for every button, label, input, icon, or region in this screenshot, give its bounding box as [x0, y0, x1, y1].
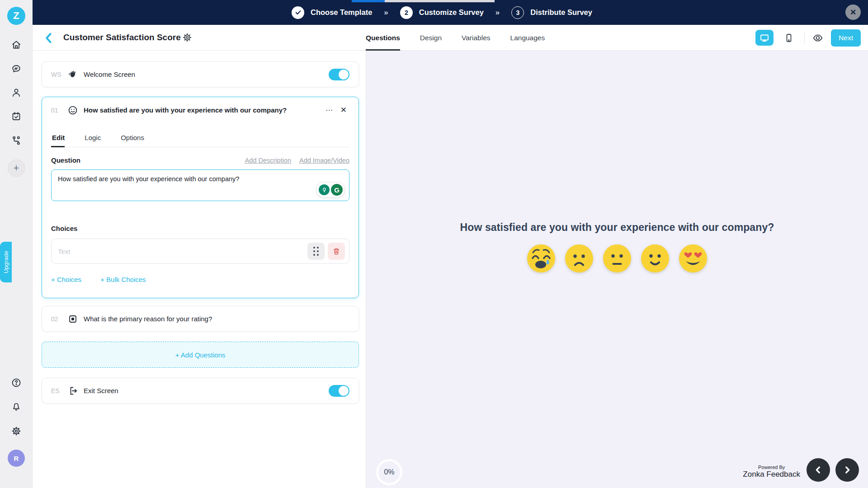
preview-eye-icon[interactable]: [811, 31, 825, 45]
responses-chat-icon[interactable]: [11, 63, 22, 74]
neutral-face-option[interactable]: [603, 244, 632, 273]
desktop-preview-icon[interactable]: [755, 30, 774, 46]
wizard-topbar: Choose Template » 2 Customize Survey » 3…: [33, 0, 868, 25]
brand-name: Zonka Feedback: [743, 470, 800, 479]
powered-by-branding: Powered By Zonka Feedback: [743, 465, 800, 479]
tab-variables[interactable]: Variables: [462, 25, 490, 51]
welcome-screen-toggle[interactable]: [329, 69, 349, 80]
screen-code: WS: [51, 71, 67, 78]
question-1-card: 01 How satisfied are you with your exper…: [42, 97, 359, 298]
step-customize-survey[interactable]: 2 Customize Survey: [400, 6, 484, 19]
step-choose-template[interactable]: Choose Template: [292, 6, 372, 19]
settings-gear-icon[interactable]: [11, 426, 22, 436]
smiling-face-option[interactable]: [641, 244, 670, 273]
add-choices-link[interactable]: + Choices: [51, 276, 81, 283]
step-number: 2: [400, 6, 413, 19]
question-2-row[interactable]: 02 What is the primary reason for your r…: [42, 306, 359, 332]
delete-choice-trash-icon[interactable]: [328, 243, 345, 260]
drag-handle-icon[interactable]: [307, 243, 325, 260]
choice-text-input[interactable]: [52, 239, 307, 263]
welcome-screen-row[interactable]: WS Welcome Screen: [42, 61, 359, 87]
question-1-title: How satisfied are you with your experien…: [84, 106, 287, 114]
tab-options[interactable]: Options: [120, 130, 145, 147]
collapse-question-icon[interactable]: ✕: [337, 103, 350, 117]
header-tabs: Questions Design Variables Languages: [366, 25, 545, 51]
survey-settings-gear-icon[interactable]: [182, 32, 193, 43]
powered-by-text: Powered By: [743, 465, 800, 470]
sad-face-option[interactable]: [565, 244, 594, 273]
question-number: 01: [51, 107, 67, 114]
emoji-rating-options: [366, 244, 868, 273]
welcome-screen-label: Welcome Screen: [84, 70, 135, 78]
exit-screen-toggle[interactable]: [329, 385, 349, 397]
wizard-stepper: Choose Template » 2 Customize Survey » 3…: [292, 0, 592, 25]
step-distribute-survey[interactable]: 3 Distribute Survey: [511, 6, 592, 19]
question-2-title: What is the primary reason for your rati…: [84, 315, 212, 323]
progress-percent: 0%: [384, 468, 394, 476]
next-question-button[interactable]: [835, 458, 859, 482]
preview-question-text: How satisfied are you with your experien…: [366, 221, 868, 234]
tab-logic[interactable]: Logic: [84, 130, 102, 147]
header-actions: Next: [755, 25, 861, 51]
previous-question-button[interactable]: [807, 458, 830, 482]
question-number: 02: [51, 315, 67, 323]
step-label: Distribute Survey: [530, 8, 592, 17]
step-separator: »: [384, 8, 388, 17]
step-check-icon: [292, 6, 304, 19]
contacts-icon[interactable]: [11, 87, 22, 98]
question-field-label: Question: [51, 156, 80, 164]
add-new-icon[interactable]: +: [8, 160, 25, 177]
step-number: 3: [511, 6, 524, 19]
question-edit-tabs: Edit Logic Options: [51, 126, 349, 147]
survey-preview: How satisfied are you with your experien…: [366, 51, 868, 488]
heart-eyes-face-option[interactable]: [679, 244, 708, 273]
exit-screen-row[interactable]: ES Exit Screen: [42, 378, 359, 404]
next-button[interactable]: Next: [831, 29, 861, 47]
workflows-icon[interactable]: [11, 135, 22, 146]
add-bulk-choices-link[interactable]: + Bulk Choices: [100, 276, 146, 283]
question-menu-icon[interactable]: ···: [322, 104, 337, 117]
back-button[interactable]: [42, 31, 55, 44]
tab-questions[interactable]: Questions: [366, 25, 400, 51]
text-question-icon: [67, 314, 78, 324]
upgrade-button[interactable]: Upgrade: [0, 242, 12, 282]
choices-label: Choices: [51, 225, 349, 232]
smiley-rating-icon: [67, 105, 78, 116]
grammarly-widget[interactable]: G: [316, 182, 345, 197]
tab-edit[interactable]: Edit: [51, 130, 66, 147]
survey-builder-app: Z + Upgrade R: [0, 0, 868, 488]
add-description-link[interactable]: Add Description: [245, 157, 291, 164]
mobile-preview-icon[interactable]: [780, 30, 798, 46]
close-wizard-button[interactable]: ✕: [845, 5, 861, 20]
tasks-calendar-icon[interactable]: [11, 111, 22, 122]
exit-screen-label: Exit Screen: [84, 387, 118, 394]
questions-panel: WS Welcome Screen 01 How sati: [33, 51, 366, 488]
question-1-header[interactable]: 01 How satisfied are you with your exper…: [42, 97, 359, 123]
home-icon[interactable]: [11, 39, 22, 50]
tab-languages[interactable]: Languages: [510, 25, 545, 51]
step-label: Customize Survey: [419, 8, 484, 17]
notifications-bell-icon[interactable]: [11, 401, 22, 412]
weary-crying-face-option[interactable]: [527, 244, 556, 273]
screen-code: ES: [51, 387, 67, 394]
add-image-video-link[interactable]: Add Image/Video: [299, 157, 349, 164]
preview-navigation: [807, 458, 859, 482]
grammarly-suggestion-bulb-icon: [319, 184, 330, 195]
waving-hand-icon: [67, 69, 78, 80]
divider: [804, 33, 805, 43]
progress-indicator: 0%: [376, 459, 402, 485]
tab-design[interactable]: Design: [420, 25, 442, 51]
add-questions-button[interactable]: + Add Questions: [42, 342, 359, 368]
zonka-logo[interactable]: Z: [7, 7, 25, 25]
question-text-input[interactable]: How satisfied are you with your experien…: [51, 169, 349, 201]
survey-title: Customer Satisfaction Score: [63, 33, 181, 42]
user-avatar[interactable]: R: [8, 450, 25, 467]
survey-header: Customer Satisfaction Score Questions De…: [33, 25, 868, 51]
help-icon[interactable]: [11, 377, 22, 388]
step-label: Choose Template: [311, 8, 372, 17]
choice-row: [51, 239, 349, 264]
grammarly-logo-icon: G: [331, 184, 343, 196]
exit-screen-icon: [67, 385, 78, 396]
step-separator: »: [495, 8, 500, 17]
icon-rail: Z + Upgrade R: [0, 0, 33, 488]
